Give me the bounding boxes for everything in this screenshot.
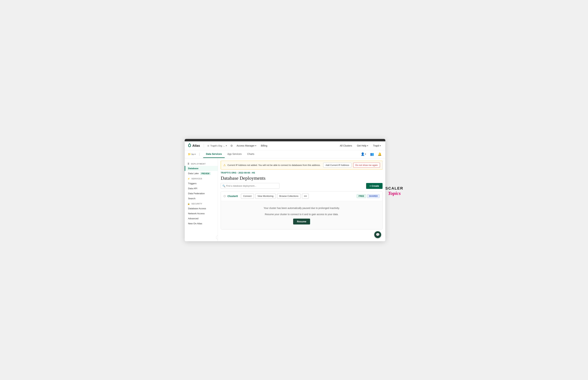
get-help-label: Get Help [357,144,366,147]
cluster-name[interactable]: Cluster0 [227,195,238,197]
atlas-logo: Atlas [188,143,200,148]
manage-users-button[interactable]: 👥 [369,152,375,157]
sidebar-network-access-label: Network Access [188,212,204,215]
sidebar-item-network-access[interactable]: Network Access [185,211,218,216]
sidebar-database-label: Database [188,167,198,170]
sidebar-item-data-federation[interactable]: Data Federation [185,191,218,196]
chat-fab-button[interactable]: 💬 [374,231,381,238]
org-icon: ⊞ [207,144,209,147]
billing-label: Billing [261,144,267,147]
sub-nav-right: 👤+ 👥 🔔 [360,152,382,157]
org-selector[interactable]: ⊞ Trapti's Org -... ▾ [206,144,228,148]
tab-app-services[interactable]: App Services [225,151,244,158]
sidebar: 🗄 DEPLOYMENT Database Data Lake PREVIEW … [185,158,218,241]
org-chevron-icon: ▾ [226,145,227,147]
dismiss-button[interactable]: Do not show me again [353,163,380,168]
breadcrumb: TRAPTI'S ORG - 2022-08-08 › HS [218,170,385,175]
data-lake-preview-badge: PREVIEW [200,172,210,175]
browse-collections-button[interactable]: Browse Collections [277,193,301,199]
sidebar-database-access-label: Database Access [188,207,206,210]
add-ip-button[interactable]: Add Current IP Address [323,163,351,168]
user-chevron-icon: ▾ [380,145,381,147]
sidebar-data-federation-label: Data Federation [188,192,205,195]
get-help-button[interactable]: Get Help ▾ [356,144,370,148]
watermark-scaler-text: SCALER [385,186,403,190]
chat-icon: 💬 [376,233,380,237]
create-button[interactable]: + Create [366,183,383,189]
cluster-more-button[interactable]: ••• [302,193,309,199]
sidebar-search-label: Search [188,197,195,200]
sub-nav-more-icon[interactable]: ⋮ [198,152,201,156]
content-area: ⚠ Current IP Address not added. You will… [218,158,385,241]
user-label: Trapti [373,144,379,147]
search-wrapper: 🔍 [221,183,280,189]
cluster-status-dot [223,195,226,197]
sidebar-data-lake-label: Data Lake [188,172,199,175]
invite-user-button[interactable]: 👤+ [360,152,367,157]
sidebar-item-advanced[interactable]: Advanced [185,216,218,221]
page-title: Database Deployments [218,175,385,183]
view-monitoring-button[interactable]: View Monitoring [255,193,276,199]
get-help-chevron-icon: ▾ [367,145,368,147]
access-manager-label: Access Manager [237,144,255,147]
sub-nav-tabs: Data Services App Services Charts [203,151,257,158]
watermark-topics-text: Topics [385,190,403,196]
access-manager-chevron-icon: ▾ [255,145,256,147]
atlas-logo-text: Atlas [192,144,200,148]
free-badge: FREE [357,194,366,198]
search-input[interactable] [221,183,280,189]
project-name: hs [191,153,194,155]
sidebar-data-api-label: Data API [188,187,197,190]
connect-button[interactable]: Connect [241,193,254,199]
sidebar-item-new-on-atlas[interactable]: New On Atlas [185,221,218,226]
cluster-card: Cluster0 Connect View Monitoring Browse … [221,191,383,230]
all-clusters-button[interactable]: All Clusters [338,144,353,148]
top-nav-divider-1 [204,144,204,148]
top-nav: Atlas ⊞ Trapti's Org -... ▾ ⚙ Access Man… [185,141,385,150]
settings-gear-button[interactable]: ⚙ [230,143,233,148]
security-section-title: 🔒 SECURITY [185,201,218,206]
top-nav-right: All Clusters Get Help ▾ Trapti ▾ [338,144,382,148]
user-menu-button[interactable]: Trapti ▾ [372,144,382,148]
sidebar-triggers-label: Triggers [188,182,197,185]
services-icon: ⚡ [187,178,190,180]
paused-text-line2: Resume your cluster to connect to it and… [223,212,380,216]
security-icon: 🔒 [187,203,190,205]
resume-button[interactable]: Resume [293,219,310,225]
sidebar-advanced-label: Advanced [188,217,198,220]
sidebar-new-on-atlas-label: New On Atlas [188,222,202,225]
deployment-section-title: 🗄 DEPLOYMENT [185,161,218,166]
deployment-icon: 🗄 [187,163,190,165]
browser-window: Atlas ⊞ Trapti's Org -... ▾ ⚙ Access Man… [185,139,385,241]
sidebar-collapse-button[interactable]: ‹ [216,235,218,240]
all-clusters-label: All Clusters [340,144,352,147]
access-manager-button[interactable]: Access Manager ▾ [235,144,258,148]
warning-banner: ⚠ Current IP Address not added. You will… [221,161,383,170]
search-create-row: 🔍 + Create [218,183,385,191]
sidebar-item-data-api[interactable]: Data API [185,186,218,191]
project-selector[interactable]: 📁 hs ▾ [188,153,196,155]
cluster-actions: Connect View Monitoring Browse Collectio… [241,193,309,199]
shared-badge: SHARED [367,194,380,198]
watermark: SCALER Topics [385,181,403,200]
cluster-badges: FREE SHARED [357,194,380,198]
sidebar-item-database[interactable]: Database [185,166,218,171]
cluster-card-body: Your cluster has been automatically paus… [221,201,382,229]
search-icon: 🔍 [223,185,225,187]
billing-button[interactable]: Billing [259,144,269,148]
sidebar-item-triggers[interactable]: Triggers [185,181,218,186]
notifications-button[interactable]: 🔔 [377,152,382,157]
folder-icon: 📁 [188,153,191,155]
sidebar-item-data-lake[interactable]: Data Lake PREVIEW [185,171,218,176]
tab-data-services[interactable]: Data Services [203,151,225,158]
atlas-leaf-icon [188,143,191,148]
main-layout: 🗄 DEPLOYMENT Database Data Lake PREVIEW … [185,158,385,241]
tab-charts[interactable]: Charts [244,151,257,158]
paused-text-line1: Your cluster has been automatically paus… [223,206,380,210]
sidebar-item-database-access[interactable]: Database Access [185,206,218,211]
sub-nav: 📁 hs ▾ ⋮ Data Services App Services Char… [185,150,385,158]
project-chevron-icon: ▾ [195,153,196,155]
org-name: Trapti's Org -... [210,144,225,147]
sidebar-item-search[interactable]: Search [185,196,218,201]
services-section-title: ⚡ SERVICES [185,176,218,181]
